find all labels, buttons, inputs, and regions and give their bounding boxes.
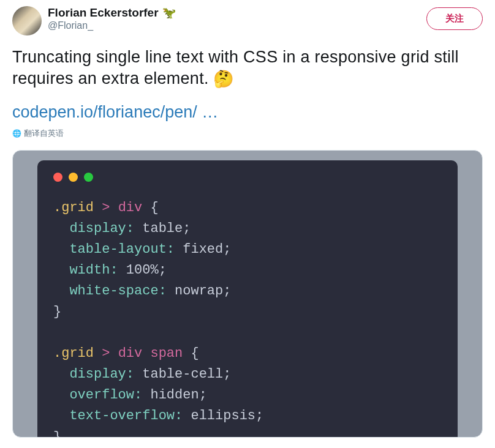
minimize-dot-icon — [69, 173, 78, 182]
translate-row[interactable]: 🌐 翻译自英语 — [12, 128, 483, 139]
translate-label: 翻译自英语 — [24, 128, 64, 139]
thinking-face-icon: 🤔 — [213, 69, 234, 90]
display-name[interactable]: Florian Eckerstorfer 🦖 — [48, 6, 426, 20]
tweet-text: Truncating single line text with CSS in … — [12, 47, 483, 91]
close-dot-icon — [53, 173, 62, 182]
code-line: table-layout: fixed; — [53, 239, 442, 260]
code-line: overflow: hidden; — [53, 385, 442, 406]
code-line: } — [53, 302, 442, 323]
blank-line — [53, 323, 442, 343]
display-name-text: Florian Eckerstorfer — [48, 6, 159, 20]
zoom-dot-icon — [84, 173, 93, 182]
avatar[interactable] — [12, 6, 42, 35]
follow-button[interactable]: 关注 — [426, 7, 483, 30]
trex-icon: 🦖 — [162, 6, 176, 20]
code-image[interactable]: .grid > div { display: table; table-layo… — [12, 150, 483, 438]
tweet-content: Truncating single line text with CSS in … — [12, 47, 483, 438]
code-line: display: table-cell; — [53, 364, 442, 385]
code-line: white-space: nowrap; — [53, 281, 442, 302]
code-line: text-overflow: ellipsis; — [53, 406, 442, 427]
tweet-container: Florian Eckerstorfer 🦖 @Florian_ 关注 Trun… — [0, 0, 495, 438]
globe-icon: 🌐 — [12, 129, 21, 138]
code-line: .grid > div span { — [53, 343, 442, 364]
code-card: .grid > div { display: table; table-layo… — [37, 160, 458, 437]
author-names: Florian Eckerstorfer 🦖 @Florian_ — [48, 6, 426, 31]
window-dots — [53, 173, 442, 182]
code-line: width: 100%; — [53, 260, 442, 281]
handle[interactable]: @Florian_ — [48, 20, 426, 31]
code-line: } — [53, 427, 442, 438]
tweet-header: Florian Eckerstorfer 🦖 @Florian_ 关注 — [12, 6, 483, 35]
tweet-text-body: Truncating single line text with CSS in … — [12, 48, 459, 88]
code-line: .grid > div { — [53, 198, 442, 218]
code-line: display: table; — [53, 218, 442, 239]
tweet-link[interactable]: codepen.io/florianec/pen/ … — [12, 103, 483, 122]
